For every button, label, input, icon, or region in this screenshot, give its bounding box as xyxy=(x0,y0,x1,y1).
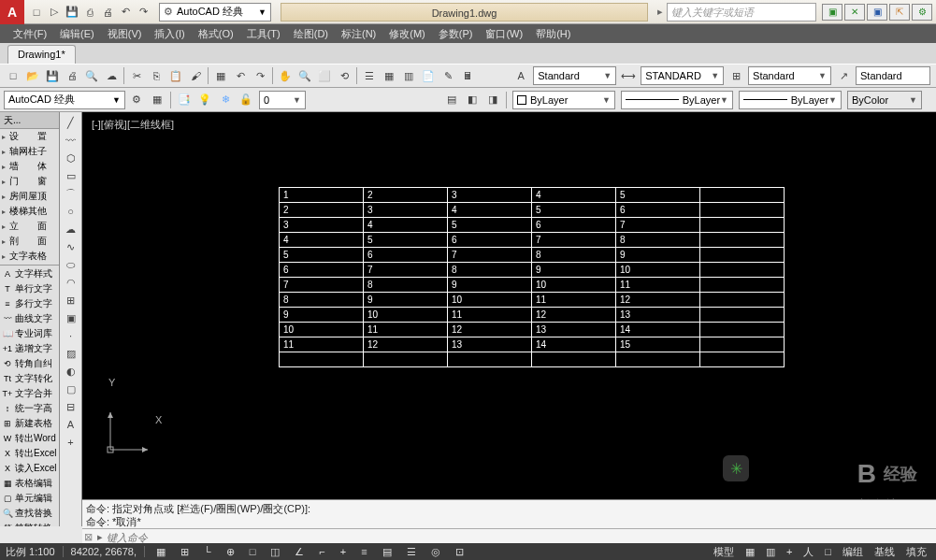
ellipse-icon[interactable]: ⬭ xyxy=(62,256,80,273)
tool-btn-1[interactable]: ▣ xyxy=(822,4,842,21)
zoom-prev-icon[interactable]: ⟲ xyxy=(335,66,353,85)
open-icon[interactable]: 📂 xyxy=(23,66,42,85)
menu-item[interactable]: 修改(M) xyxy=(383,25,431,43)
osnap-toggle[interactable]: □ xyxy=(246,546,260,557)
workspace-dropdown[interactable]: AutoCAD 经典▼ xyxy=(4,91,125,109)
ssm-icon[interactable]: 📄 xyxy=(419,66,438,85)
status-button[interactable]: 模型 xyxy=(710,545,738,559)
markup-icon[interactable]: ✎ xyxy=(439,66,457,85)
dc-icon[interactable]: ▦ xyxy=(380,66,398,85)
pline-icon[interactable]: 〰 xyxy=(62,132,80,149)
tool-item[interactable]: ≡多行文字 xyxy=(0,296,59,311)
new-icon[interactable]: □ xyxy=(4,66,22,85)
layer-name-dropdown[interactable]: 0▼ xyxy=(259,91,306,109)
ortho-toggle[interactable]: └ xyxy=(200,546,215,557)
tool-item[interactable]: 📖专业词库 xyxy=(0,326,59,341)
arc-icon[interactable]: ⌒ xyxy=(62,185,80,202)
menu-item[interactable]: 帮助(H) xyxy=(530,25,576,43)
text-style-dropdown[interactable]: Standard▼ xyxy=(533,66,616,85)
paste-icon[interactable]: 📋 xyxy=(166,66,185,85)
block-icon[interactable]: ▣ xyxy=(62,309,80,326)
linetype-dropdown[interactable]: ByLayer▼ xyxy=(621,91,733,109)
undo-icon[interactable]: ↶ xyxy=(231,66,250,85)
status-button[interactable]: + xyxy=(783,546,796,557)
revcloud-icon[interactable]: ☁ xyxy=(62,221,80,237)
new-icon[interactable]: □ xyxy=(28,4,45,21)
tree-item[interactable]: ▸剖 面 xyxy=(0,234,59,249)
spline-icon[interactable]: ∿ xyxy=(62,238,80,255)
menu-item[interactable]: 工具(T) xyxy=(241,25,286,43)
tool-item[interactable]: T单行文字 xyxy=(0,281,59,296)
circle-icon[interactable]: ○ xyxy=(62,203,80,220)
menu-item[interactable]: 插入(I) xyxy=(149,25,190,43)
undo-icon[interactable]: ↶ xyxy=(117,4,134,21)
status-button[interactable]: 填充 xyxy=(902,545,930,559)
table-icon[interactable]: ⊟ xyxy=(62,398,80,415)
tool-item[interactable]: ▢单元编辑 xyxy=(0,491,59,506)
scale-label[interactable]: 比例 1:100 xyxy=(6,545,55,559)
tree-item[interactable]: ▸楼梯其他 xyxy=(0,204,59,219)
qp-toggle[interactable]: ☰ xyxy=(403,546,420,558)
app-icon[interactable]: A xyxy=(0,0,24,24)
mtext-icon[interactable]: A xyxy=(62,416,80,433)
cut-icon[interactable]: ✂ xyxy=(127,66,146,85)
ellipsearc-icon[interactable]: ◠ xyxy=(62,274,80,291)
menu-item[interactable]: 格式(O) xyxy=(193,25,239,43)
layer-iso-icon[interactable]: ◧ xyxy=(463,91,482,109)
tool-item[interactable]: W转出Word xyxy=(0,431,59,446)
tree-item[interactable]: ▸立 面 xyxy=(0,219,59,234)
tool-btn-2[interactable]: ✕ xyxy=(844,4,865,21)
menu-item[interactable]: 文件(F) xyxy=(7,25,52,43)
mleader-icon[interactable]: ↗ xyxy=(834,66,853,85)
snap-toggle[interactable]: ▦ xyxy=(152,546,169,558)
match-icon[interactable]: 🖌 xyxy=(186,66,205,85)
textstyle-icon[interactable]: A xyxy=(511,66,530,85)
ducs-toggle[interactable]: ⌐ xyxy=(315,546,328,557)
hatch-icon[interactable]: ▨ xyxy=(62,345,80,362)
insert-icon[interactable]: ⊞ xyxy=(62,292,80,309)
tool-item[interactable]: T+文字合并 xyxy=(0,386,59,401)
tool-item[interactable]: 〰曲线文字 xyxy=(0,311,59,326)
color-dropdown[interactable]: ByLayer▼ xyxy=(512,91,615,109)
menu-item[interactable]: 绘图(D) xyxy=(288,25,334,43)
block-icon[interactable]: ▦ xyxy=(211,66,230,85)
tree-item[interactable]: ▸房间屋顶 xyxy=(0,189,59,204)
viewport-label[interactable]: [-][俯视][二维线框] xyxy=(92,118,174,132)
gradient-icon[interactable]: ◐ xyxy=(62,363,80,380)
props-icon[interactable]: ☰ xyxy=(360,66,379,85)
tool-item[interactable]: ⊞新建表格 xyxy=(0,416,59,431)
open-icon[interactable]: ▷ xyxy=(46,4,63,21)
am-toggle[interactable]: ⊡ xyxy=(452,546,468,558)
tool-item[interactable]: ⟲转角自纠 xyxy=(0,356,59,371)
qcalc-icon[interactable]: 🖩 xyxy=(458,66,477,85)
dimstyle-icon[interactable]: ⟷ xyxy=(619,66,638,85)
saveas-icon[interactable]: ⎙ xyxy=(81,4,98,21)
layer-mgr-icon[interactable]: 📑 xyxy=(175,91,194,109)
menu-item[interactable]: 视图(V) xyxy=(102,25,148,43)
plotstyle-dropdown[interactable]: ByColor▼ xyxy=(847,91,922,109)
layer-match-icon[interactable]: ◨ xyxy=(483,91,502,109)
point-icon[interactable]: · xyxy=(62,327,80,344)
tp-icon[interactable]: ▥ xyxy=(399,66,418,85)
sc-toggle[interactable]: ◎ xyxy=(427,546,444,558)
ws-grid-icon[interactable]: ▦ xyxy=(148,91,166,109)
tool-btn-4[interactable]: ⇱ xyxy=(889,4,910,21)
tool-item[interactable]: ▦表格编辑 xyxy=(0,476,59,491)
viewport[interactable]: [-][俯视][二维线框] 12345234563456745678567896… xyxy=(82,112,936,526)
rect-icon[interactable]: ▭ xyxy=(62,167,80,184)
tablestyle-icon[interactable]: ⊞ xyxy=(727,66,745,85)
tree-item[interactable]: ▸文字表格 xyxy=(0,249,59,264)
status-button[interactable]: ▦ xyxy=(742,546,758,558)
lineweight-dropdown[interactable]: ByLayer▼ xyxy=(739,91,842,109)
tool-item[interactable]: A文字样式 xyxy=(0,266,59,281)
redo-icon[interactable]: ↷ xyxy=(251,66,269,85)
cmd-close-icon[interactable]: ⊠ xyxy=(84,531,97,543)
menu-item[interactable]: 标注(N) xyxy=(336,25,382,43)
tool-item[interactable]: 简简繁转换 xyxy=(0,521,59,526)
command-input[interactable] xyxy=(107,532,934,543)
tree-item[interactable]: ▸墙 体 xyxy=(0,159,59,174)
tool-btn-3[interactable]: ▣ xyxy=(867,4,887,21)
menu-item[interactable]: 参数(P) xyxy=(433,25,479,43)
save-icon[interactable]: 💾 xyxy=(43,66,62,85)
polygon-icon[interactable]: ⬡ xyxy=(62,150,80,166)
